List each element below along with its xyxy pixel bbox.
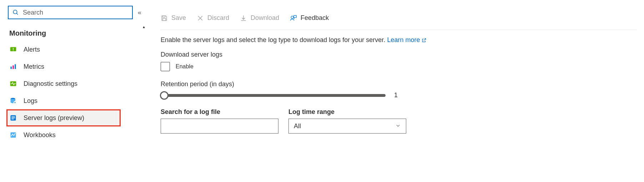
slider-thumb[interactable] — [160, 91, 168, 100]
sidebar-item-label: Alerts — [24, 46, 40, 53]
main-content: Save Discard Download Feedback Enable th… — [146, 0, 644, 182]
sidebar-item-logs[interactable]: Logs — [8, 92, 146, 109]
svg-line-1 — [16, 13, 18, 15]
svg-rect-17 — [163, 18, 166, 20]
svg-rect-14 — [11, 119, 14, 120]
retention-slider[interactable] — [161, 94, 386, 97]
discard-button[interactable]: Discard — [197, 14, 229, 22]
search-input[interactable] — [23, 9, 129, 16]
retention-label: Retention period (in days) — [161, 80, 637, 88]
timerange-label: Log time range — [288, 108, 406, 116]
sidebar: « ▲ Monitoring Alerts Metrics Diagnostic… — [0, 0, 146, 182]
sidebar-item-diagnostic[interactable]: Diagnostic settings — [8, 75, 146, 92]
svg-rect-7 — [15, 64, 16, 69]
search-box[interactable] — [8, 6, 133, 19]
download-label: Download — [251, 14, 279, 22]
sidebar-item-metrics[interactable]: Metrics — [8, 58, 146, 75]
enable-checkbox[interactable] — [161, 62, 170, 71]
sidebar-item-server-logs[interactable]: Server logs (preview) — [6, 109, 121, 126]
svg-point-22 — [291, 16, 293, 19]
sidebar-item-workbooks[interactable]: Workbooks — [8, 126, 146, 144]
scroll-up-icon[interactable]: ▲ — [142, 25, 146, 29]
svg-rect-4 — [13, 51, 14, 51]
diagnostic-icon — [9, 80, 17, 88]
discard-icon — [197, 15, 204, 22]
enable-label: Enable — [176, 63, 193, 70]
svg-rect-12 — [11, 116, 15, 117]
discard-label: Discard — [207, 14, 229, 22]
chevron-down-icon — [395, 123, 401, 130]
sidebar-item-label: Diagnostic settings — [24, 80, 77, 88]
feedback-button[interactable]: Feedback — [290, 14, 329, 22]
svg-point-0 — [13, 10, 17, 14]
sidebar-item-label: Logs — [24, 97, 37, 105]
timerange-value: All — [294, 123, 301, 130]
toolbar: Save Discard Download Feedback — [161, 14, 637, 30]
svg-rect-5 — [11, 67, 12, 69]
download-server-logs-label: Download server logs — [161, 51, 637, 58]
feedback-label: Feedback — [301, 14, 329, 22]
logs-icon — [9, 97, 17, 105]
collapse-icon[interactable]: « — [138, 9, 141, 16]
workbooks-icon — [9, 131, 17, 139]
svg-rect-23 — [294, 15, 297, 17]
section-title-monitoring: Monitoring — [9, 29, 146, 37]
svg-rect-3 — [13, 48, 14, 50]
sidebar-item-label: Workbooks — [24, 131, 56, 139]
sidebar-item-label: Server logs (preview) — [24, 114, 84, 122]
save-button[interactable]: Save — [161, 14, 186, 22]
sidebar-item-alerts[interactable]: Alerts — [8, 41, 146, 58]
alerts-icon — [9, 46, 17, 53]
learn-more-link[interactable]: Learn more — [387, 36, 427, 43]
search-log-input[interactable] — [161, 119, 278, 134]
svg-rect-16 — [163, 16, 165, 17]
svg-rect-6 — [12, 66, 14, 69]
retention-value: 1 — [394, 92, 398, 99]
server-logs-icon — [9, 114, 17, 122]
save-icon — [161, 15, 168, 22]
description-text: Enable the server logs and select the lo… — [161, 36, 637, 44]
save-label: Save — [171, 14, 186, 22]
svg-rect-13 — [11, 118, 15, 118]
search-log-label: Search for a log file — [161, 108, 278, 116]
download-icon — [240, 15, 247, 22]
metrics-icon — [9, 63, 17, 71]
download-button[interactable]: Download — [240, 14, 279, 22]
sidebar-item-label: Metrics — [24, 63, 44, 71]
search-icon — [12, 9, 19, 16]
feedback-icon — [290, 15, 297, 22]
timerange-select[interactable]: All — [288, 119, 406, 134]
